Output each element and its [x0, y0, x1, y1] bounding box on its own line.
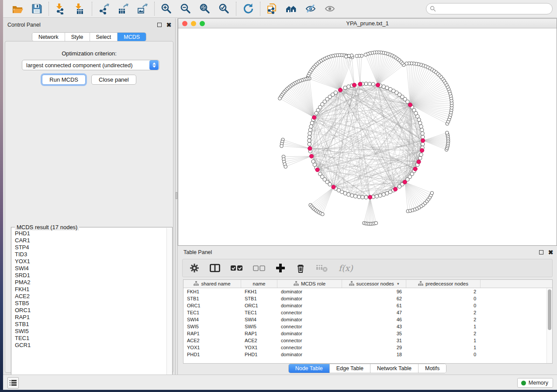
table-cell[interactable]: 62 — [342, 296, 406, 301]
tab-select[interactable]: Select — [90, 33, 118, 41]
table-cell[interactable]: 1 — [406, 345, 481, 350]
table-cell[interactable]: ORC1 — [241, 303, 277, 308]
table-cell[interactable]: 46 — [342, 317, 406, 322]
table-row[interactable]: STB1STB1dominator620 — [183, 295, 552, 302]
add-column-icon[interactable] — [276, 262, 285, 274]
graphics-details-off-icon[interactable] — [304, 3, 317, 15]
select-all-columns-icon[interactable] — [231, 262, 242, 274]
column-header-name[interactable]: name — [241, 280, 277, 288]
table-cell[interactable]: 35 — [342, 331, 406, 336]
column-header-predecessor-nodes[interactable]: predecessor nodes — [406, 280, 481, 288]
birdseye-view-icon[interactable] — [285, 3, 298, 15]
export-image-icon[interactable] — [136, 3, 149, 15]
zoom-in-icon[interactable] — [160, 3, 173, 15]
open-icon[interactable] — [11, 3, 24, 15]
refresh-icon[interactable] — [242, 3, 254, 15]
result-node-item[interactable]: STB1 — [15, 321, 166, 328]
table-cell[interactable]: 47 — [342, 310, 406, 315]
table-row[interactable]: YOX1YOX1connector291 — [183, 344, 552, 351]
table-cell[interactable]: connector — [277, 345, 342, 350]
table-cell[interactable]: FKH1 — [241, 289, 277, 294]
vertical-splitter-grip[interactable] — [176, 192, 177, 199]
table-row[interactable]: SWI5SWI5connector431 — [183, 323, 552, 330]
column-header-successor-nodes[interactable]: successor nodes▾ — [342, 280, 406, 288]
save-icon[interactable] — [31, 3, 43, 15]
column-view-icon[interactable] — [210, 262, 220, 274]
tab-mcds[interactable]: MCDS — [118, 33, 146, 41]
table-cell[interactable]: dominator — [277, 296, 342, 301]
table-row[interactable]: ORC1ORC1dominator610 — [183, 302, 552, 309]
table-cell[interactable]: SWI4 — [183, 317, 241, 322]
table-cell[interactable]: 2 — [406, 331, 481, 336]
task-history-button[interactable] — [7, 377, 19, 389]
table-cell[interactable]: 1 — [406, 338, 481, 343]
table-row[interactable]: TEC1TEC1connector472 — [183, 309, 552, 316]
table-cell[interactable]: YOX1 — [241, 345, 277, 350]
table-cell[interactable]: RAP1 — [241, 331, 277, 336]
table-cell[interactable]: SWI4 — [241, 317, 277, 322]
optimization-criterion-dropdown[interactable]: largest connected component (undirected) — [22, 60, 159, 70]
table-cell[interactable]: YOX1 — [183, 345, 241, 350]
table-cell[interactable]: SWI5 — [241, 324, 277, 329]
table-cell[interactable]: dominator — [277, 352, 342, 357]
run-mcds-button[interactable]: Run MCDS — [42, 75, 86, 85]
table-row[interactable]: SWI4SWI4dominator462 — [183, 316, 552, 323]
table-cell[interactable]: 0 — [406, 352, 481, 357]
table-cell[interactable]: dominator — [277, 303, 342, 308]
result-node-item[interactable]: ACE2 — [15, 293, 166, 300]
result-node-item[interactable]: GCR1 — [15, 342, 166, 349]
delete-table-icon[interactable] — [316, 262, 328, 274]
result-node-item[interactable]: YOX1 — [15, 258, 166, 265]
table-row[interactable]: FKH1FKH1dominator962 — [183, 288, 552, 295]
result-node-item[interactable]: STB5 — [15, 300, 166, 307]
result-node-item[interactable]: STP4 — [15, 244, 166, 251]
filter-chevron-icon[interactable]: ▾ — [397, 282, 399, 286]
zoom-fit-icon[interactable] — [199, 3, 211, 15]
column-header-MCDS-role[interactable]: MCDS role — [277, 280, 342, 288]
table-row[interactable]: ACE2ACE2connector311 — [183, 337, 552, 344]
table-row[interactable]: PHD1PHD1dominator180 — [183, 351, 552, 358]
table-cell[interactable]: STB1 — [183, 296, 241, 301]
table-scrollbar-thumb[interactable] — [548, 289, 551, 330]
table-cell[interactable]: TEC1 — [241, 310, 277, 315]
table-cell[interactable]: ORC1 — [183, 303, 241, 308]
table-cell[interactable]: 2 — [406, 289, 481, 294]
result-node-item[interactable]: RAP1 — [15, 314, 166, 321]
tab-node-table[interactable]: Node Table — [289, 364, 330, 373]
network-window-titlebar[interactable]: YPA_prune.txt_1 — [178, 19, 557, 28]
table-cell[interactable]: STB1 — [241, 296, 277, 301]
float-table-panel-icon[interactable] — [538, 250, 544, 255]
memory-button[interactable]: Memory — [517, 378, 553, 388]
table-cell[interactable]: dominator — [277, 289, 342, 294]
function-builder-icon[interactable]: f(x) — [339, 262, 353, 274]
table-scrollbar[interactable] — [547, 288, 552, 363]
table-cell[interactable]: 43 — [342, 324, 406, 329]
table-cell[interactable]: TEC1 — [183, 310, 241, 315]
table-cell[interactable]: 31 — [342, 338, 406, 343]
tab-style[interactable]: Style — [65, 33, 90, 41]
table-cell[interactable]: 61 — [342, 303, 406, 308]
result-node-item[interactable]: FKH1 — [15, 286, 166, 293]
import-table-icon[interactable] — [74, 3, 86, 15]
table-cell[interactable]: PHD1 — [241, 352, 277, 357]
result-node-item[interactable]: TID3 — [15, 251, 166, 258]
settings-icon[interactable] — [190, 262, 199, 274]
table-cell[interactable]: 18 — [342, 352, 406, 357]
result-node-item[interactable]: SWI5 — [15, 328, 166, 335]
table-cell[interactable]: 96 — [342, 289, 406, 294]
import-network-icon[interactable] — [55, 3, 67, 15]
export-network-icon[interactable] — [98, 3, 110, 15]
table-cell[interactable]: dominator — [277, 317, 342, 322]
column-header-shared-name[interactable]: shared name — [183, 280, 241, 288]
table-cell[interactable]: ACE2 — [241, 338, 277, 343]
table-cell[interactable]: 0 — [406, 296, 481, 301]
tab-network-table[interactable]: Network Table — [370, 364, 419, 373]
float-panel-icon[interactable] — [156, 22, 162, 28]
table-cell[interactable]: 29 — [342, 345, 406, 350]
table-cell[interactable]: ACE2 — [183, 338, 241, 343]
result-node-item[interactable]: TEC1 — [15, 335, 166, 342]
result-node-item[interactable]: PMA2 — [15, 279, 166, 286]
result-node-item[interactable]: SRD1 — [15, 272, 166, 279]
table-cell[interactable]: dominator — [277, 331, 342, 336]
table-cell[interactable]: RAP1 — [183, 331, 241, 336]
